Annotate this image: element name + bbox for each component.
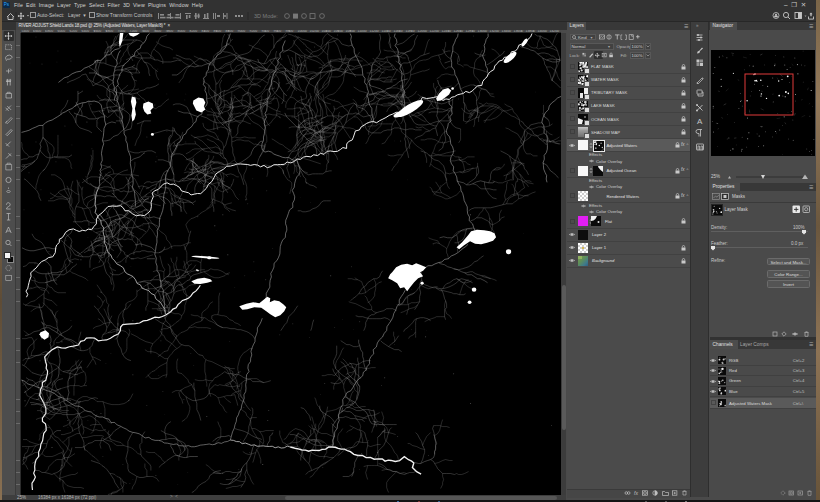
- svg-text:3D Mode:: 3D Mode:: [254, 13, 278, 19]
- svg-text:A: A: [697, 117, 703, 126]
- svg-text:fx: fx: [634, 490, 638, 496]
